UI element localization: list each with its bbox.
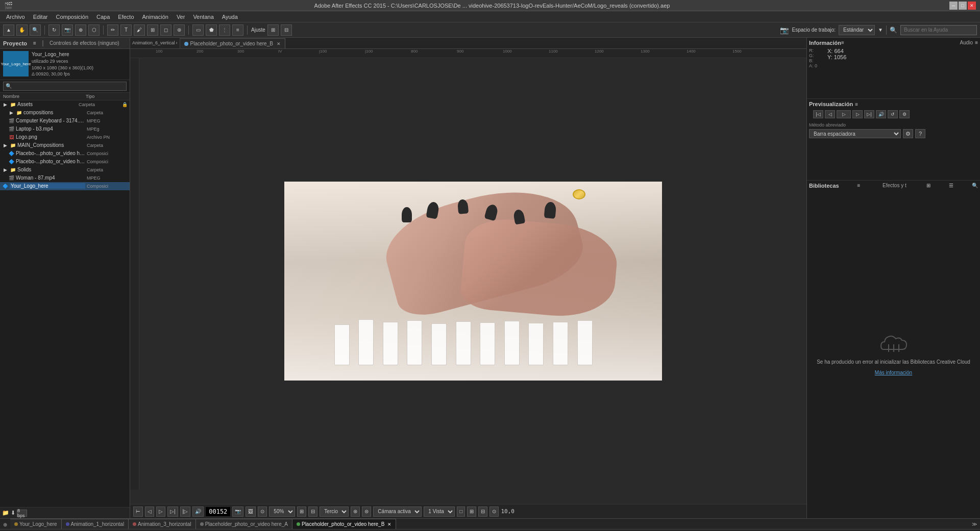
prev-frame-btn[interactable]: ◁	[145, 507, 154, 517]
tool-camera[interactable]: 📷	[62, 24, 73, 36]
menu-composicion[interactable]: Composición	[52, 13, 92, 21]
close-button[interactable]: ✕	[968, 2, 976, 10]
tool-hand[interactable]: ✋	[16, 24, 28, 36]
list-item[interactable]: ▶ 📁 Solids Carpeta	[0, 166, 130, 174]
audio-menu-btn[interactable]: ≡	[975, 40, 978, 46]
tool-3d[interactable]: ⬡	[88, 24, 100, 36]
list-item[interactable]: 🎬 Woman - 87.mp4 MPEG	[0, 174, 130, 182]
camera-select[interactable]: Cámara activa	[373, 507, 422, 517]
grid-btn[interactable]: ⊟	[281, 24, 292, 36]
tab-close[interactable]: ✕	[387, 522, 391, 527]
channels-btn[interactable]: ⊟	[478, 507, 487, 517]
info-menu-btn[interactable]: ≡	[841, 40, 844, 46]
blend-btn[interactable]: ⊛	[351, 507, 360, 517]
animation-6-vertical-tab[interactable]: Animation_6_vertical ›	[130, 38, 180, 48]
audio-btn[interactable]: 🔊	[192, 507, 204, 517]
method-info-btn[interactable]: ?	[915, 129, 925, 138]
expand-icon[interactable]: ▶	[2, 102, 8, 108]
views-select[interactable]: 1 Vista	[424, 507, 455, 517]
tool-align[interactable]: ⋮	[219, 24, 230, 36]
preview-settings-btn[interactable]: ⚙	[899, 110, 910, 118]
next-frame-btn[interactable]: ▷|	[167, 507, 178, 517]
timeline-tab-placeholder-b[interactable]: Placeholder_photo_or_video here_B ✕	[292, 519, 396, 529]
method-settings-btn[interactable]: ⚙	[903, 129, 913, 138]
preview-first-btn[interactable]: |◁	[813, 110, 823, 118]
tool-shape[interactable]: ▭	[192, 24, 204, 36]
tool-eraser[interactable]: ◻	[160, 24, 172, 36]
timeline-expand-btn[interactable]: ⊕	[3, 522, 7, 527]
workspace-select-icon[interactable]: ▼	[878, 27, 883, 33]
tool-zoom[interactable]: 🔍	[30, 24, 41, 36]
import-btn[interactable]: ⬇	[11, 510, 15, 516]
tool-rotate[interactable]: ↻	[48, 24, 60, 36]
tool-text[interactable]: T	[120, 24, 132, 36]
preview-audio-btn[interactable]: 🔊	[876, 110, 886, 118]
list-item[interactable]: 🔷 Placebo-...photo_or_video here_A Compo…	[0, 149, 130, 158]
timeline-tab-anim1[interactable]: Animation_1_horizontal	[62, 519, 129, 529]
expand-icon[interactable]: ≡	[33, 40, 36, 46]
effects-view-btn[interactable]: ⊞	[926, 183, 930, 189]
bit-depth-select[interactable]: 8 bps	[17, 510, 27, 517]
tab-close[interactable]: ✕	[277, 41, 281, 46]
expand-icon[interactable]: ▶	[2, 167, 8, 173]
list-item[interactable]: 🖼 Logo.png Archivo PN	[0, 133, 130, 141]
menu-ver[interactable]: Ver	[173, 13, 189, 21]
menu-efecto[interactable]: Efecto	[114, 13, 138, 21]
tool-select[interactable]: ▲	[3, 24, 14, 36]
fit-btn[interactable]: ⊞	[297, 507, 306, 517]
tool-brush[interactable]: 🖌	[134, 24, 145, 36]
list-item[interactable]: ▶ 📁 MAIN_Compositions Carpeta	[0, 141, 130, 149]
new-folder-btn[interactable]: 📁	[2, 510, 9, 516]
list-item[interactable]: ▶ 📁 compositions Carpeta	[0, 109, 130, 117]
guides-btn[interactable]: ⊜	[362, 507, 371, 517]
menu-ventana[interactable]: Ventana	[189, 13, 217, 21]
menu-archivo[interactable]: Archivo	[2, 13, 29, 21]
expand-icon[interactable]: ▶	[8, 110, 14, 116]
preview-loop-btn[interactable]: ↺	[888, 110, 898, 118]
expand-icon[interactable]: ▶	[2, 142, 8, 148]
tab-placeholder-photo[interactable]: Placeholder_photo_or_video here_B ✕	[180, 38, 285, 48]
project-search-input[interactable]	[3, 82, 127, 91]
timeline-tab-anim3[interactable]: Animation_3_horizontal	[129, 519, 196, 529]
workspace-select[interactable]: Estándar	[839, 25, 875, 35]
menu-ayuda[interactable]: Ayuda	[218, 13, 242, 21]
minimize-button[interactable]: ─	[949, 2, 958, 10]
maximize-button[interactable]: □	[959, 2, 967, 10]
tool-pen[interactable]: ✏	[107, 24, 118, 36]
method-select[interactable]: Barra espaciadora	[809, 129, 901, 138]
tool-pan[interactable]: ⊕	[75, 24, 86, 36]
preview-menu-btn[interactable]: ≡	[855, 102, 858, 107]
menu-editar[interactable]: Editar	[29, 13, 52, 21]
list-item[interactable]: 🔷 Your_Logo_here Composici	[0, 182, 130, 190]
effects-list-btn[interactable]: ☰	[949, 183, 953, 189]
list-item[interactable]: 🎬 Laptop - b3.mp4 MPEg	[0, 125, 130, 133]
tool-more[interactable]: ≡	[232, 24, 243, 36]
tool-mask[interactable]: ⬟	[206, 24, 217, 36]
view-mode-select[interactable]: Tercio	[320, 507, 349, 517]
list-item[interactable]: ▶ 📁 Assets Carpeta 🔒	[0, 100, 130, 109]
preview-last-btn[interactable]: ▷|	[864, 110, 874, 118]
timeline-tab-placeholder-a[interactable]: Placeholder_photo_or_video here_A	[196, 519, 292, 529]
show-snap-btn[interactable]: 🖼	[246, 507, 256, 517]
timeline-tab-your-logo[interactable]: Your_Logo_here	[10, 519, 62, 529]
tool-clone[interactable]: ⊞	[147, 24, 158, 36]
tool-puppet[interactable]: ⊛	[174, 24, 185, 36]
preview-fwd-btn[interactable]: ▷	[852, 110, 863, 118]
first-frame-btn[interactable]: ⊢	[133, 507, 143, 517]
effects-search-btn[interactable]: 🔍	[972, 183, 978, 189]
help-search-input[interactable]	[900, 25, 977, 35]
menu-animacion[interactable]: Animación	[138, 13, 173, 21]
file-list[interactable]: ▶ 📁 Assets Carpeta 🔒 ▶ 📁 compositions Ca…	[0, 100, 130, 507]
snapshot-btn[interactable]: 📷	[232, 507, 243, 517]
lib-menu-btn[interactable]: ≡	[857, 183, 860, 189]
region-btn[interactable]: ⊟	[308, 507, 317, 517]
zoom-select[interactable]: 50%	[269, 507, 295, 517]
safe-zones-btn[interactable]: □	[457, 507, 465, 517]
menu-capa[interactable]: Capa	[92, 13, 114, 21]
preview-play-btn[interactable]: ▷	[837, 110, 851, 118]
list-item[interactable]: 🔷 Placebo-...photo_or_video here_B Compo…	[0, 158, 130, 166]
snap-btn[interactable]: ⊞	[267, 24, 279, 36]
render-btn[interactable]: ⊙	[489, 507, 499, 517]
play-btn[interactable]: ▷	[156, 507, 165, 517]
ram-preview-btn[interactable]: ⊙	[258, 507, 267, 517]
